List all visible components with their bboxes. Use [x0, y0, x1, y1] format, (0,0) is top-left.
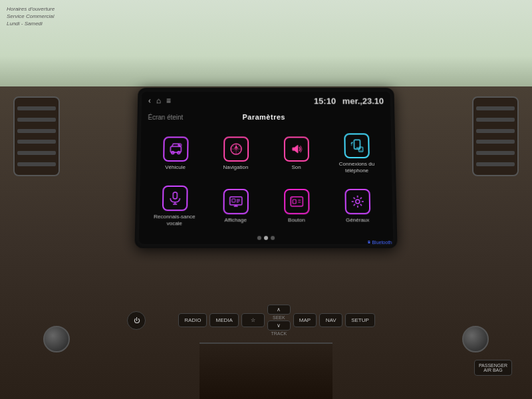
svg-point-8	[356, 147, 358, 148]
vent-slat	[17, 129, 56, 133]
date-display: mer.,23.10	[342, 96, 384, 106]
son-label: Son	[291, 164, 301, 171]
seek-down-button[interactable]: ∧	[267, 305, 291, 315]
airbag-label: PASSENGER AIR BAG	[474, 360, 512, 376]
svg-rect-11	[173, 192, 177, 199]
seek-label: SEEK	[273, 315, 285, 320]
vent-slat	[17, 118, 56, 122]
gear-area	[200, 342, 332, 399]
bluetooth-label: Bluetooth	[372, 239, 392, 244]
connexions-label: Connexions du téléphone	[329, 161, 385, 174]
menu-item-affichage[interactable]: Affichage	[207, 182, 264, 231]
menu-item-son[interactable]: Son	[268, 130, 325, 178]
navigation-label: Navigation	[223, 164, 249, 171]
generaux-label: Généraux	[346, 217, 370, 223]
hardware-button-row: ⏻ RADIO MEDIA ☆ ∧ SEEK ∨ TRACK MAP NAV S…	[126, 305, 406, 336]
radio-button[interactable]: RADIO	[178, 313, 207, 327]
pagination-dot-1	[257, 236, 261, 240]
menu-item-navigation[interactable]: Navigation	[207, 130, 264, 178]
vent-slat	[17, 162, 56, 166]
menu-item-bouton[interactable]: Bouton	[268, 182, 325, 231]
clock-display: 15:10	[314, 96, 336, 106]
pagination-dot-3	[271, 236, 275, 240]
bouton-label: Bouton	[288, 217, 305, 223]
vent-slat	[17, 140, 56, 144]
svg-point-25	[355, 200, 359, 203]
vent-slat	[476, 106, 515, 110]
setup-button[interactable]: SETUP	[345, 313, 375, 327]
home-icon[interactable]: ⌂	[156, 96, 161, 106]
pagination	[139, 236, 394, 244]
vent-slat	[476, 140, 515, 144]
vent-slat	[476, 129, 515, 133]
vent-left	[13, 96, 60, 176]
screen-status: Écran éteint	[148, 114, 183, 121]
screen-ui: ‹ ⌂ ≡ 15:10 mer.,23.10 Écran éteint Para…	[139, 92, 394, 244]
nav-button[interactable]: NAV	[319, 313, 342, 327]
back-icon[interactable]: ‹	[148, 96, 151, 106]
navigation-icon	[223, 136, 249, 162]
screen-bezel: ‹ ⌂ ≡ 15:10 mer.,23.10 Écran éteint Para…	[134, 88, 397, 248]
svg-point-10	[360, 150, 360, 151]
time-date: 15:10 mer.,23.10	[314, 96, 384, 106]
menu-grid: Véhicule	[139, 124, 393, 236]
affichage-icon	[223, 189, 248, 214]
reconnaissance-icon	[162, 186, 188, 211]
left-knob[interactable]	[43, 326, 70, 352]
infotainment-screen: ‹ ⌂ ≡ 15:10 mer.,23.10 Écran éteint Para…	[139, 92, 394, 244]
bluetooth-badge: ʙ Bluetooth	[368, 239, 392, 244]
right-knob[interactable]	[462, 326, 489, 352]
top-bar: ‹ ⌂ ≡ 15:10 mer.,23.10	[142, 92, 390, 110]
sub-header: Écran éteint Paramètres	[141, 110, 390, 124]
vent-slat	[476, 151, 515, 155]
vent-slat	[17, 106, 56, 110]
generaux-icon	[344, 189, 370, 214]
affichage-label: Affichage	[224, 217, 247, 223]
svg-rect-17	[231, 199, 235, 202]
menu-item-connexions[interactable]: Connexions du téléphone	[328, 130, 385, 178]
bluetooth-icon: ʙ	[368, 239, 370, 244]
menu-item-generaux[interactable]: Généraux	[329, 182, 386, 231]
screen-container: ‹ ⌂ ≡ 15:10 mer.,23.10 Écran éteint Para…	[136, 86, 396, 247]
menu-item-reconnaissance[interactable]: Reconnais-sance vocale	[146, 182, 203, 231]
vehicule-icon	[163, 136, 188, 162]
media-button[interactable]: MEDIA	[209, 313, 238, 327]
vent-slat	[17, 151, 56, 155]
svg-rect-22	[293, 200, 296, 203]
star-button[interactable]: ☆	[241, 313, 265, 327]
dealership-background: Horaires d'ouverture Service Commercial …	[0, 0, 532, 93]
pagination-dot-2	[264, 236, 268, 240]
vent-slat	[476, 118, 515, 122]
map-button[interactable]: MAP	[293, 313, 317, 327]
reconnaissance-label: Reconnais-sance vocale	[146, 213, 203, 226]
track-button[interactable]: ∨	[267, 321, 291, 331]
power-button[interactable]: ⏻	[127, 311, 146, 330]
vent-right	[472, 96, 519, 176]
connexions-icon	[344, 133, 369, 158]
dealership-text: Horaires d'ouverture Service Commercial …	[7, 5, 55, 28]
bouton-icon	[284, 189, 309, 214]
menu-icon[interactable]: ≡	[166, 96, 171, 106]
page-title: Paramètres	[242, 113, 285, 121]
track-label: TRACK	[271, 331, 287, 336]
menu-item-vehicule[interactable]: Véhicule	[147, 130, 204, 178]
vehicule-label: Véhicule	[165, 164, 186, 171]
vent-slat	[476, 162, 515, 166]
son-icon	[283, 136, 309, 162]
nav-icons: ‹ ⌂ ≡	[148, 96, 171, 106]
